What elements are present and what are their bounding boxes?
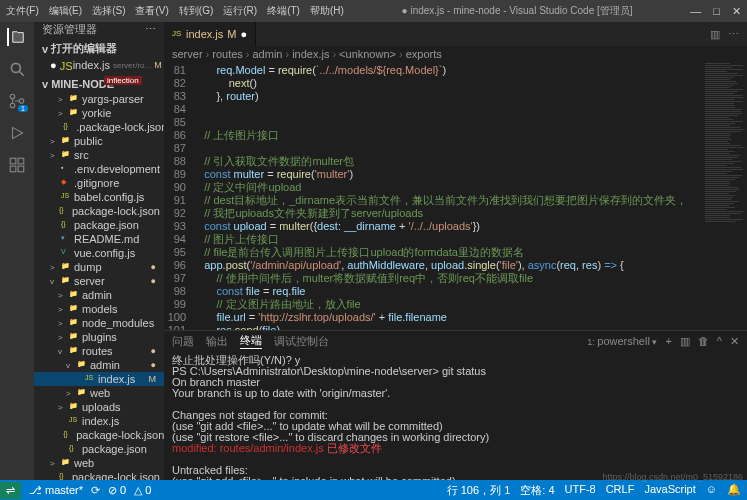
tree-item[interactable]: >📁models xyxy=(34,302,164,316)
panel-tab[interactable]: 调试控制台 xyxy=(274,334,329,349)
code-lines[interactable]: req.Model = require(`../../models/${req.… xyxy=(192,62,747,330)
window-control-button[interactable]: ✕ xyxy=(732,5,741,18)
tree-item[interactable]: v📁routes● xyxy=(34,344,164,358)
tree-item[interactable]: >📁admin xyxy=(34,288,164,302)
encoding-indicator[interactable]: UTF-8 xyxy=(565,483,596,498)
panel-tab[interactable]: 输出 xyxy=(206,334,228,349)
tree-item[interactable]: >📁dump● xyxy=(34,260,164,274)
tree-item[interactable]: {}package.json xyxy=(34,442,164,456)
open-editors-section[interactable]: v打开的编辑器 xyxy=(34,39,164,58)
remote-button[interactable]: ⇌ xyxy=(0,482,21,499)
window-control-button[interactable]: — xyxy=(690,5,701,18)
maximize-icon[interactable]: ^ xyxy=(717,335,722,347)
language-indicator[interactable]: JavaScript xyxy=(644,483,695,498)
inflection-badge: inflection xyxy=(104,76,142,85)
search-icon[interactable] xyxy=(8,60,26,78)
tree-item[interactable]: {}package.json xyxy=(34,218,164,232)
indent-indicator[interactable]: 空格: 4 xyxy=(520,483,554,498)
tree-item[interactable]: >📁yorkie xyxy=(34,106,164,120)
tree-item[interactable]: JSindex.js xyxy=(34,414,164,428)
tree-item[interactable]: {}package-lock.json xyxy=(34,204,164,218)
menu-item[interactable]: 查看(V) xyxy=(135,4,168,18)
tab-dirty-icon[interactable]: ● xyxy=(240,28,247,40)
sidebar-header: 资源管理器 ⋯ xyxy=(34,22,164,37)
editor-tabs: JS index.js M ● ▥ ⋯ xyxy=(164,22,747,46)
breadcrumb[interactable]: server›routes›admin›index.js›<unknown>›e… xyxy=(164,46,747,62)
sync-icon[interactable]: ⟳ xyxy=(91,484,100,497)
new-terminal-icon[interactable]: + xyxy=(665,335,671,347)
feedback-icon[interactable]: ☺ xyxy=(706,483,717,498)
terminal[interactable]: 终止批处理操作吗(Y/N)? yPS C:\Users\Administrato… xyxy=(164,351,747,480)
svg-rect-6 xyxy=(18,158,24,164)
menu-item[interactable]: 编辑(E) xyxy=(49,4,82,18)
tree-item[interactable]: {}package-lock.json xyxy=(34,428,164,442)
tree-item[interactable]: >📁web xyxy=(34,386,164,400)
tree-item[interactable]: JSbabel.config.js xyxy=(34,190,164,204)
tree-item[interactable]: ▪.env.development xyxy=(34,162,164,176)
menu-item[interactable]: 运行(R) xyxy=(223,4,257,18)
open-editor-item[interactable]: ● JS index.js server/ro... M xyxy=(34,58,164,72)
window-controls: —□✕ xyxy=(690,5,741,18)
more-icon[interactable]: ⋯ xyxy=(145,23,156,36)
close-panel-icon[interactable]: ✕ xyxy=(730,335,739,348)
branch-indicator[interactable]: ⎇ master* xyxy=(29,484,83,497)
menu-item[interactable]: 转到(G) xyxy=(179,4,213,18)
panel-tab[interactable]: 问题 xyxy=(172,334,194,349)
tab-index-js[interactable]: JS index.js M ● xyxy=(164,22,256,46)
shell-selector[interactable]: 1: powershell ▾ xyxy=(587,335,657,347)
breadcrumb-item[interactable]: exports xyxy=(406,48,442,60)
tree-item[interactable]: JSindex.jsM xyxy=(34,372,164,386)
cursor-position[interactable]: 行 106，列 1 xyxy=(447,483,511,498)
tree-item[interactable]: {}.package-lock.json xyxy=(34,120,164,134)
split-editor-icon[interactable]: ▥ xyxy=(710,28,720,41)
tree-item[interactable]: ◆.gitignore xyxy=(34,176,164,190)
breadcrumb-item[interactable]: index.js xyxy=(292,48,329,60)
errors-indicator[interactable]: ⊘ 0 xyxy=(108,484,126,497)
breadcrumb-item[interactable]: server xyxy=(172,48,203,60)
trash-icon[interactable]: 🗑 xyxy=(698,335,709,347)
title-bar: 文件(F)编辑(E)选择(S)查看(V)转到(G)运行(R)终端(T)帮助(H)… xyxy=(0,0,747,22)
tree-item[interactable]: >📁web xyxy=(34,456,164,470)
panel-tab[interactable]: 终端 xyxy=(240,333,262,349)
tree-item[interactable]: v📁server● xyxy=(34,274,164,288)
tree-item[interactable]: >📁public xyxy=(34,134,164,148)
tree-item[interactable]: ▾README.md xyxy=(34,232,164,246)
tree-item[interactable]: >📁uploads xyxy=(34,400,164,414)
debug-icon[interactable] xyxy=(8,124,26,142)
more-icon[interactable]: ⋯ xyxy=(728,28,739,41)
tree-item[interactable]: >📁yargs-parser xyxy=(34,92,164,106)
warnings-indicator[interactable]: △ 0 xyxy=(134,484,151,497)
extensions-icon[interactable] xyxy=(8,156,26,174)
menu-item[interactable]: 文件(F) xyxy=(6,4,39,18)
code-editor[interactable]: 8182838485868788899091929394959697989910… xyxy=(164,62,747,330)
breadcrumb-item[interactable]: admin xyxy=(252,48,282,60)
menu-item[interactable]: 终端(T) xyxy=(267,4,300,18)
window-title: ● index.js - mine-node - Visual Studio C… xyxy=(344,4,691,18)
tree-item[interactable]: >📁src xyxy=(34,148,164,162)
line-gutter: 8182838485868788899091929394959697989910… xyxy=(164,62,192,330)
project-section[interactable]: vMINE-NODE xyxy=(34,76,164,92)
breadcrumb-item[interactable]: routes xyxy=(212,48,243,60)
sidebar: 资源管理器 ⋯ v打开的编辑器 ● JS index.js server/ro.… xyxy=(34,22,164,480)
minimap[interactable] xyxy=(703,62,747,262)
window-control-button[interactable]: □ xyxy=(713,5,720,18)
breadcrumb-item[interactable]: <unknown> xyxy=(339,48,396,60)
tree-item[interactable]: >📁node_modules xyxy=(34,316,164,330)
status-bar: ⇌ ⎇ master* ⟳ ⊘ 0 △ 0 行 106，列 1 空格: 4 UT… xyxy=(0,480,747,500)
svg-line-1 xyxy=(19,71,24,76)
svg-rect-7 xyxy=(10,166,16,172)
split-terminal-icon[interactable]: ▥ xyxy=(680,335,690,348)
tree-item[interactable]: Vvue.config.js xyxy=(34,246,164,260)
bell-icon[interactable]: 🔔 xyxy=(727,483,741,498)
svg-point-4 xyxy=(19,99,24,104)
menu-item[interactable]: 帮助(H) xyxy=(310,4,344,18)
source-control-icon[interactable]: 1 xyxy=(8,92,26,110)
js-icon: JS xyxy=(60,60,70,70)
menu-item[interactable]: 选择(S) xyxy=(92,4,125,18)
explorer-icon[interactable] xyxy=(7,28,25,46)
tree-item[interactable]: v📁admin● xyxy=(34,358,164,372)
eol-indicator[interactable]: CRLF xyxy=(606,483,635,498)
watermark: https://blog.csdn.net/m0_51592186 xyxy=(602,472,743,482)
tree-item[interactable]: {}package-lock.json xyxy=(34,470,164,480)
tree-item[interactable]: >📁plugins xyxy=(34,330,164,344)
